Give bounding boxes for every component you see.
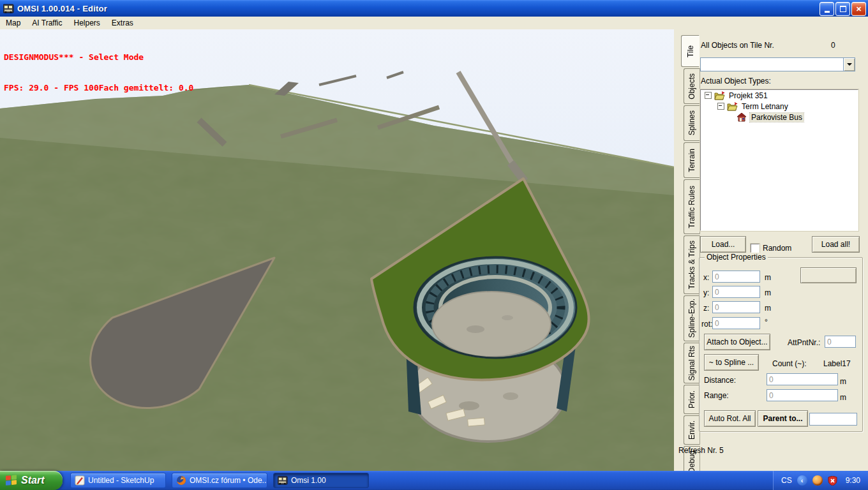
menu-map[interactable]: Map bbox=[0, 17, 26, 29]
attpntnr-field[interactable]: 0 bbox=[825, 336, 856, 348]
combobox-dropdown-button[interactable] bbox=[843, 58, 855, 71]
omsi-bus-icon bbox=[278, 475, 288, 486]
z-label: z: bbox=[703, 304, 709, 313]
z-field[interactable]: 0 bbox=[712, 301, 760, 313]
system-tray: CS ‹ 9:30 bbox=[773, 471, 868, 490]
firefox-icon bbox=[176, 475, 186, 486]
windows-flag-icon bbox=[5, 474, 18, 487]
distance-field[interactable]: 0 bbox=[767, 373, 838, 385]
taskbar: Start Untitled - SketchUp OMSI.cz fó bbox=[0, 471, 868, 490]
collapse-icon[interactable] bbox=[717, 103, 724, 110]
range-unit: m bbox=[840, 393, 846, 402]
language-indicator[interactable]: CS bbox=[781, 476, 792, 485]
title-bar: OMSI 1.00.014 - Editor ✕ bbox=[0, 0, 868, 17]
object-properties-title: Object Properties bbox=[705, 253, 768, 262]
distance-label: Distance: bbox=[704, 376, 736, 385]
range-label: Range: bbox=[704, 391, 729, 400]
tree-item-term-letnany[interactable]: Term Letnany bbox=[701, 101, 858, 112]
attpntnr-label: AttPntNr.: bbox=[788, 338, 820, 347]
task-sketchup[interactable]: Untitled - SketchUp bbox=[70, 473, 166, 488]
object-types-label: Actual Object Types: bbox=[701, 77, 771, 85]
task-omsi[interactable]: Omsi 1.00 bbox=[273, 473, 369, 488]
random-checkbox[interactable] bbox=[751, 244, 760, 253]
parent-to-button[interactable]: Parent to... bbox=[758, 410, 808, 427]
menu-bar: Map AI Traffic Helpers Extras bbox=[0, 17, 868, 30]
house-icon bbox=[737, 113, 747, 122]
menu-helpers[interactable]: Helpers bbox=[68, 17, 105, 29]
panel-content: All Objects on Tile Nr. 0 Actual Object … bbox=[698, 29, 863, 471]
all-objects-label: All Objects on Tile Nr. bbox=[701, 41, 774, 50]
objects-combobox-value bbox=[701, 58, 843, 71]
range-field[interactable]: 0 bbox=[767, 389, 838, 401]
distance-unit: m bbox=[840, 377, 846, 386]
minimize-button[interactable] bbox=[819, 2, 834, 16]
start-button[interactable]: Start bbox=[0, 471, 63, 490]
panel-tab-strip: Tile Objects Splines Terrain Traffic Rul… bbox=[681, 35, 700, 479]
collapse-icon[interactable] bbox=[705, 92, 712, 99]
task-omsi-forum[interactable]: OMSI.cz fórum • Ode... bbox=[172, 473, 267, 488]
object-types-tree[interactable]: Projekt 351 Term Letnany bbox=[700, 89, 858, 231]
folder-open-icon bbox=[727, 102, 738, 111]
editor-3d-viewport[interactable]: DESIGNMODUS*** - Select Mode FPS: 29.0 -… bbox=[0, 29, 674, 471]
taskbar-items: Untitled - SketchUp OMSI.cz fórum • Ode.… bbox=[70, 473, 369, 488]
rot-label: rot: bbox=[701, 320, 712, 329]
taskbar-clock: 9:30 bbox=[846, 476, 860, 485]
overlay-fps-line: FPS: 29.0 - FPS 100Fach gemittelt: 0.0 bbox=[4, 83, 193, 93]
x-label: x: bbox=[703, 273, 709, 282]
x-unit: m bbox=[765, 273, 771, 282]
parent-to-field[interactable] bbox=[809, 413, 857, 426]
object-properties-group: Object Properties x: 0 m y: 0 m z: 0 m r… bbox=[699, 257, 863, 432]
menu-extras[interactable]: Extras bbox=[106, 17, 139, 29]
restore-button[interactable] bbox=[835, 2, 850, 16]
y-field[interactable]: 0 bbox=[712, 286, 760, 298]
to-spline-button[interactable]: ~ to Spline ... bbox=[704, 354, 759, 371]
count-label: Count (~): bbox=[772, 359, 807, 368]
designmode-overlay: DESIGNMODUS*** - Select Mode FPS: 29.0 -… bbox=[4, 32, 193, 114]
close-button[interactable]: ✕ bbox=[851, 2, 866, 16]
editor-side-panel: Tile Objects Splines Terrain Traffic Rul… bbox=[674, 29, 868, 471]
count-value: Label17 bbox=[823, 359, 851, 368]
objects-combobox[interactable] bbox=[700, 57, 855, 71]
refresh-status-text: Refresh Nr. 5 bbox=[678, 446, 724, 455]
folder-open-icon bbox=[714, 91, 725, 100]
chevron-down-icon bbox=[847, 63, 852, 66]
update-orb-icon[interactable] bbox=[812, 475, 823, 486]
blank-button[interactable] bbox=[800, 267, 857, 283]
tree-item-parkoviste-bus[interactable]: Parkoviste Bus bbox=[701, 112, 858, 122]
tree-item-projekt[interactable]: Projekt 351 bbox=[701, 90, 858, 101]
sketchup-icon bbox=[75, 475, 85, 486]
z-unit: m bbox=[765, 304, 771, 313]
window-title: OMSI 1.00.014 - Editor bbox=[17, 4, 107, 13]
auto-rot-all-button[interactable]: Auto Rot. All bbox=[704, 410, 756, 427]
load-button[interactable]: Load... bbox=[700, 236, 746, 253]
overlay-mode-line: DESIGNMODUS*** - Select Mode bbox=[4, 52, 193, 63]
tab-tile[interactable]: Tile bbox=[681, 35, 700, 67]
media-player-icon[interactable]: ‹ bbox=[797, 475, 807, 486]
load-all-button[interactable]: Load all! bbox=[812, 236, 860, 253]
all-objects-count: 0 bbox=[831, 41, 835, 50]
random-checkbox-label: Random bbox=[763, 244, 791, 253]
y-label: y: bbox=[703, 288, 709, 297]
y-unit: m bbox=[765, 288, 771, 297]
rot-unit: ° bbox=[765, 318, 768, 327]
omsi-editor-window: { "window": { "title": "OMSI 1.00.014 - … bbox=[0, 0, 868, 490]
attach-to-object-button[interactable]: Attach to Object... bbox=[704, 334, 770, 350]
omsi-app-icon bbox=[3, 4, 14, 13]
rot-field[interactable]: 0 bbox=[712, 317, 760, 329]
security-alert-icon[interactable] bbox=[828, 475, 838, 486]
x-field[interactable]: 0 bbox=[712, 271, 760, 283]
menu-ai-traffic[interactable]: AI Traffic bbox=[26, 17, 68, 29]
